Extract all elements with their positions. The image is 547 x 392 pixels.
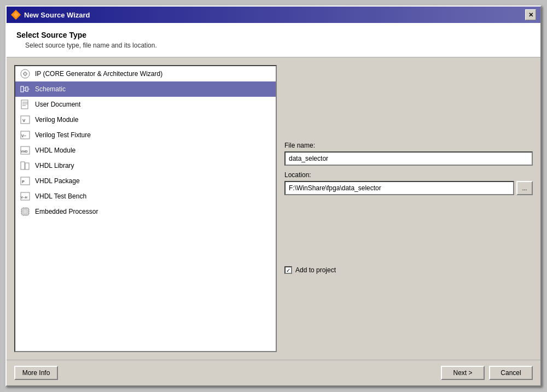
list-item-embedded-processor[interactable]: Embedded Processor xyxy=(15,204,276,219)
list-item-vhdl-module[interactable]: VHD VHDL Module xyxy=(15,143,276,158)
list-item-label-embedded-processor: Embedded Processor xyxy=(35,208,98,215)
location-label: Location: xyxy=(284,171,533,179)
location-input[interactable] xyxy=(284,181,514,195)
dialog: New Source Wizard ✕ Select Source Type S… xyxy=(5,5,542,387)
add-to-project-checkbox[interactable]: ✓ xyxy=(284,266,292,274)
list-item-label-verilog-module: Verilog Module xyxy=(35,116,78,124)
more-info-button[interactable]: More Info xyxy=(14,366,58,380)
vhdl-pkg-icon: P xyxy=(20,175,31,186)
list-item-label-vhdl-module: VHDL Module xyxy=(35,147,75,154)
vhdl-icon: VHD xyxy=(20,145,31,156)
svg-rect-20 xyxy=(25,163,29,169)
header-title: Select Source Type xyxy=(16,31,531,39)
cancel-button[interactable]: Cancel xyxy=(489,366,533,380)
wizard-icon xyxy=(11,10,21,20)
footer: More Info Next > Cancel xyxy=(7,360,540,385)
list-item-label-schematic: Schematic xyxy=(35,85,66,93)
list-item-schematic[interactable]: Schematic xyxy=(15,81,276,97)
content-area: IP (CORE Generator & Architecture Wizard… xyxy=(7,57,540,360)
dialog-title: New Source Wizard xyxy=(24,11,90,19)
svg-point-3 xyxy=(24,72,27,75)
checkbox-check-mark: ✓ xyxy=(286,267,290,273)
list-item-ip[interactable]: IP (CORE Generator & Architecture Wizard… xyxy=(15,66,276,81)
svg-text:V~: V~ xyxy=(21,134,26,138)
svg-text:V~H: V~H xyxy=(21,196,27,199)
file-name-group: File name: xyxy=(284,142,533,166)
vhdl-test-icon: V~H xyxy=(20,191,31,202)
svg-rect-7 xyxy=(26,87,28,91)
list-item-label-ip: IP (CORE Generator & Architecture Wizard… xyxy=(35,70,162,78)
list-item-verilog-test[interactable]: V~ Verilog Test Fixture xyxy=(15,127,276,143)
list-item-vhdl-package[interactable]: P VHDL Package xyxy=(15,173,276,189)
footer-right: Next > Cancel xyxy=(441,366,533,380)
list-item-vhdl-test[interactable]: V~H VHDL Test Bench xyxy=(15,189,276,204)
list-item-label-user-document: User Document xyxy=(35,101,80,108)
close-button[interactable]: ✕ xyxy=(525,9,536,20)
svg-rect-9 xyxy=(21,100,28,109)
list-item-label-vhdl-package: VHDL Package xyxy=(35,177,80,185)
svg-text:P: P xyxy=(22,180,25,184)
list-item-label-vhdl-test: VHDL Test Bench xyxy=(35,192,86,200)
schematic-icon xyxy=(20,84,31,95)
header-section: Select Source Type Select source type, f… xyxy=(7,23,540,57)
svg-rect-26 xyxy=(23,209,27,214)
title-bar-left: New Source Wizard xyxy=(11,10,90,20)
svg-text:V: V xyxy=(22,118,26,123)
list-item-label-verilog-test: Verilog Test Fixture xyxy=(35,131,91,139)
location-group: Location: ... xyxy=(284,171,533,195)
header-subtitle: Select source type, file name and its lo… xyxy=(25,42,531,49)
verilog-icon: V xyxy=(20,114,31,125)
svg-text:VHD: VHD xyxy=(21,150,28,153)
list-item-label-vhdl-library: VHDL Library xyxy=(35,162,74,169)
source-type-list[interactable]: IP (CORE Generator & Architecture Wizard… xyxy=(14,65,277,352)
list-item-vhdl-library[interactable]: VHDL Library xyxy=(15,158,276,173)
verilog-test-icon: V~ xyxy=(20,130,31,141)
add-to-project-row: ✓ Add to project xyxy=(284,266,533,274)
location-row: ... xyxy=(284,181,533,195)
svg-rect-19 xyxy=(21,162,25,169)
title-bar: New Source Wizard ✕ xyxy=(7,7,540,23)
file-name-label: File name: xyxy=(284,142,533,149)
file-name-input[interactable] xyxy=(284,151,533,166)
right-panel: File name: Location: ... ✓ Add to projec… xyxy=(284,65,533,352)
browse-button[interactable]: ... xyxy=(516,181,533,195)
vhdl-lib-icon xyxy=(20,160,31,171)
document-icon xyxy=(20,99,31,110)
ip-icon xyxy=(20,68,31,79)
next-button[interactable]: Next > xyxy=(441,366,485,380)
add-to-project-label: Add to project xyxy=(295,266,336,274)
list-item-user-document[interactable]: User Document xyxy=(15,97,276,112)
svg-rect-4 xyxy=(21,86,24,92)
list-item-verilog-module[interactable]: V Verilog Module xyxy=(15,112,276,127)
processor-icon xyxy=(20,206,31,217)
